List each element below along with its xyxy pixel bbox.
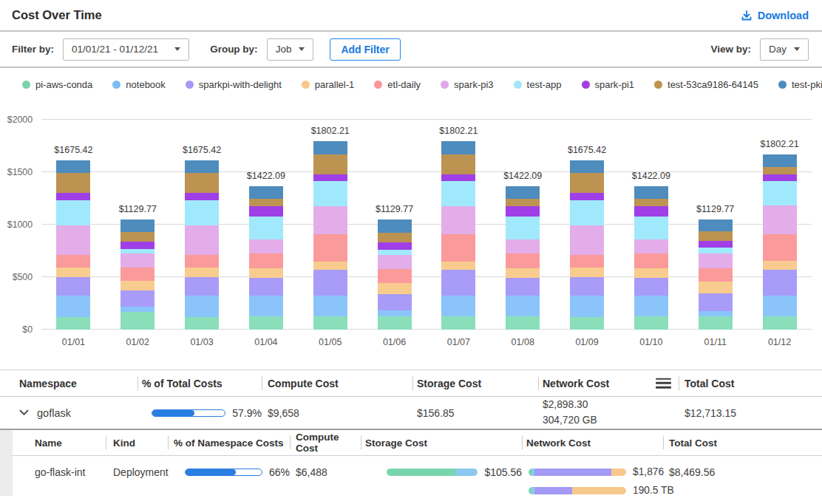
bar-segment-notebook[interactable] bbox=[441, 296, 475, 316]
bar-segment-test-53ca9186-64145[interactable] bbox=[570, 173, 604, 193]
bar-segment-parallel-1[interactable] bbox=[570, 268, 604, 277]
bar-segment-spark-pi1[interactable] bbox=[570, 193, 604, 200]
bar-segment-test-app[interactable] bbox=[378, 250, 412, 256]
column-header-namespace[interactable]: Namespace bbox=[0, 370, 137, 396]
group-by-select[interactable]: Job bbox=[267, 38, 314, 61]
bar-segment-test-53ca9186-64145[interactable] bbox=[313, 154, 347, 174]
bar-segment-etl-daily[interactable] bbox=[634, 253, 668, 268]
bar-segment-spark-pi1[interactable] bbox=[506, 206, 540, 216]
bar-segment-spark-pi1[interactable] bbox=[441, 174, 475, 182]
view-by-select[interactable]: Day bbox=[760, 38, 809, 61]
bar-segment-parallel-1[interactable] bbox=[378, 283, 412, 293]
bar-segment-pi-aws-conda[interactable] bbox=[56, 317, 90, 330]
legend-item-test-pkix[interactable]: test-pkix bbox=[778, 79, 822, 90]
bar-segment-spark-pi1[interactable] bbox=[313, 174, 347, 182]
bar-segment-test-app[interactable] bbox=[699, 248, 733, 253]
legend-item-notebook[interactable]: notebook bbox=[112, 79, 166, 90]
bar-segment-etl-daily[interactable] bbox=[185, 255, 219, 268]
bar-segment-test-53ca9186-64145[interactable] bbox=[763, 167, 797, 174]
column-settings-icon[interactable] bbox=[656, 375, 671, 391]
bar-segment-parallel-1[interactable] bbox=[56, 268, 90, 277]
bar-segment-pi-aws-conda[interactable] bbox=[378, 316, 412, 330]
column-header-pct-namespace[interactable]: % of Namespace Costs bbox=[168, 430, 290, 455]
bar-segment-etl-daily[interactable] bbox=[441, 234, 475, 262]
bar-segment-parallel-1[interactable] bbox=[185, 268, 219, 277]
bar-segment-etl-daily[interactable] bbox=[763, 234, 797, 261]
bar-segment-spark-pi3[interactable] bbox=[634, 239, 668, 253]
legend-item-sparkpi-with-delight[interactable]: sparkpi-with-delight bbox=[186, 79, 282, 90]
bar-segment-notebook[interactable] bbox=[313, 296, 347, 316]
bar-segment-test-53ca9186-64145[interactable] bbox=[378, 233, 412, 242]
bar-segment-test-app[interactable] bbox=[120, 249, 154, 254]
namespace-cell[interactable]: goflask bbox=[0, 407, 137, 419]
bar-segment-test-pkix[interactable] bbox=[313, 141, 347, 154]
bar-segment-test-app[interactable] bbox=[313, 181, 347, 205]
column-header-total[interactable]: Total Cost bbox=[663, 430, 822, 455]
bar-segment-test-53ca9186-64145[interactable] bbox=[249, 199, 283, 207]
column-header-kind[interactable]: Kind bbox=[106, 430, 168, 455]
bar-segment-sparkpi-with-delight[interactable] bbox=[699, 293, 733, 311]
bar-segment-test-pkix[interactable] bbox=[56, 160, 90, 174]
bar-segment-spark-pi3[interactable] bbox=[699, 253, 733, 268]
column-header-storage[interactable]: Storage Cost bbox=[412, 370, 538, 396]
bar-segment-spark-pi1[interactable] bbox=[699, 241, 733, 248]
bar-segment-test-53ca9186-64145[interactable] bbox=[56, 173, 90, 193]
bar-segment-spark-pi1[interactable] bbox=[634, 206, 668, 216]
bar-segment-etl-daily[interactable] bbox=[120, 268, 154, 281]
bar-segment-pi-aws-conda[interactable] bbox=[506, 316, 540, 330]
bar-segment-sparkpi-with-delight[interactable] bbox=[120, 290, 154, 307]
bar-segment-sparkpi-with-delight[interactable] bbox=[185, 277, 219, 296]
bar-segment-pi-aws-conda[interactable] bbox=[634, 316, 668, 330]
column-header-total[interactable]: Total Cost bbox=[679, 370, 822, 396]
column-header-name[interactable]: Name bbox=[13, 430, 106, 455]
bar-segment-spark-pi3[interactable] bbox=[56, 225, 90, 255]
bar-segment-spark-pi1[interactable] bbox=[378, 242, 412, 250]
bar-segment-test-53ca9186-64145[interactable] bbox=[120, 232, 154, 242]
bar-segment-test-pkix[interactable] bbox=[120, 219, 154, 232]
stacked-bar-01/02[interactable] bbox=[120, 219, 154, 330]
date-range-select[interactable]: 01/01/21 - 01/12/21 bbox=[63, 38, 189, 61]
bar-segment-spark-pi3[interactable] bbox=[185, 225, 219, 255]
table-row-go-flask-int[interactable]: go-flask-int Deployment 66% $6,488 $105.… bbox=[13, 456, 822, 496]
bar-segment-test-53ca9186-64145[interactable] bbox=[699, 231, 733, 240]
legend-item-spark-pi1[interactable]: spark-pi1 bbox=[582, 79, 634, 90]
bar-segment-notebook[interactable] bbox=[120, 307, 154, 312]
bar-segment-spark-pi1[interactable] bbox=[185, 193, 219, 200]
download-button[interactable]: Download bbox=[741, 10, 809, 21]
bar-segment-spark-pi3[interactable] bbox=[120, 253, 154, 268]
bar-segment-pi-aws-conda[interactable] bbox=[249, 316, 283, 330]
stacked-bar-01/05[interactable] bbox=[313, 141, 347, 330]
bar-segment-etl-daily[interactable] bbox=[378, 269, 412, 283]
bar-segment-test-app[interactable] bbox=[441, 181, 475, 205]
bar-segment-spark-pi3[interactable] bbox=[570, 225, 604, 255]
bar-segment-parallel-1[interactable] bbox=[699, 282, 733, 293]
bar-segment-sparkpi-with-delight[interactable] bbox=[763, 270, 797, 296]
bar-segment-parallel-1[interactable] bbox=[249, 268, 283, 278]
bar-segment-pi-aws-conda[interactable] bbox=[185, 317, 219, 330]
bar-segment-notebook[interactable] bbox=[699, 311, 733, 316]
bar-segment-test-pkix[interactable] bbox=[506, 186, 540, 199]
bar-segment-notebook[interactable] bbox=[634, 296, 668, 316]
legend-item-test-app[interactable]: test-app bbox=[514, 79, 562, 90]
bar-segment-notebook[interactable] bbox=[506, 296, 540, 316]
legend-item-test-53ca9186-64145[interactable]: test-53ca9186-64145 bbox=[654, 79, 758, 90]
bar-segment-notebook[interactable] bbox=[763, 296, 797, 316]
legend-item-etl-daily[interactable]: etl-daily bbox=[374, 79, 421, 90]
bar-segment-sparkpi-with-delight[interactable] bbox=[634, 278, 668, 296]
stacked-bar-01/07[interactable] bbox=[441, 141, 475, 330]
bar-segment-parallel-1[interactable] bbox=[441, 262, 475, 270]
bar-segment-etl-daily[interactable] bbox=[56, 255, 90, 268]
bar-segment-test-app[interactable] bbox=[570, 200, 604, 225]
stacked-bar-01/06[interactable] bbox=[378, 219, 412, 330]
bar-segment-test-pkix[interactable] bbox=[185, 160, 219, 174]
add-filter-button[interactable]: Add Filter bbox=[330, 38, 400, 61]
bar-segment-test-app[interactable] bbox=[763, 181, 797, 205]
bar-segment-etl-daily[interactable] bbox=[506, 253, 540, 268]
column-header-compute[interactable]: Compute Cost bbox=[262, 370, 412, 396]
column-header-network[interactable]: Network Cost bbox=[538, 370, 679, 396]
bar-segment-test-pkix[interactable] bbox=[249, 186, 283, 199]
bar-segment-notebook[interactable] bbox=[570, 296, 604, 317]
bar-segment-test-pkix[interactable] bbox=[699, 219, 733, 232]
bar-segment-test-app[interactable] bbox=[506, 217, 540, 240]
column-header-network[interactable]: Network Cost bbox=[522, 430, 663, 455]
